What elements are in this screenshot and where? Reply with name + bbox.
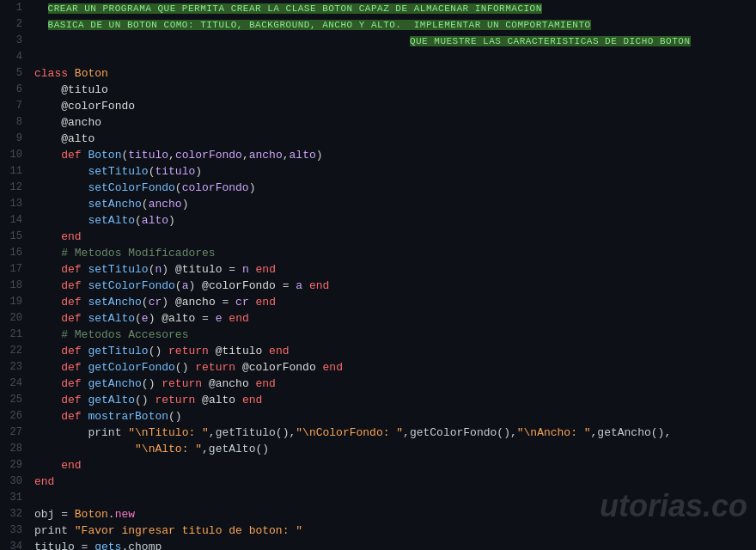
code-line-8: 8 @ancho bbox=[0, 114, 756, 131]
line-content-19: def setAncho(cr) @ancho = cr end bbox=[31, 294, 756, 310]
code-line-4: 4 bbox=[0, 49, 756, 65]
line-num-16: 16 bbox=[0, 245, 31, 261]
line-content-16: # Metodos Modificadores bbox=[31, 245, 756, 261]
code-line-16: 16 # Metodos Modificadores bbox=[0, 245, 756, 261]
line-content-15: end bbox=[31, 229, 756, 245]
code-line-28: 28 "\nAlto: ",getAlto() bbox=[0, 441, 756, 457]
code-line-20: 20 def setAlto(e) @alto = e end bbox=[0, 310, 756, 327]
line-content-11: setTitulo(titulo) bbox=[31, 163, 756, 180]
line-content-13: setAncho(ancho) bbox=[31, 196, 756, 212]
line-num-4: 4 bbox=[0, 49, 31, 65]
code-line-19: 19 def setAncho(cr) @ancho = cr end bbox=[0, 294, 756, 310]
code-line-14: 14 setAlto(alto) bbox=[0, 212, 756, 229]
code-line-1: 1 CREAR UN PROGRAMA QUE PERMITA CREAR LA… bbox=[0, 0, 756, 16]
line-num-21: 21 bbox=[0, 327, 31, 343]
line-content-20: def setAlto(e) @alto = e end bbox=[31, 310, 756, 327]
line-num-1: 1 bbox=[0, 0, 31, 16]
line-content-12: setColorFondo(colorFondo) bbox=[31, 180, 756, 196]
line-num-29: 29 bbox=[0, 457, 31, 474]
line-num-12: 12 bbox=[0, 180, 31, 196]
code-line-11: 11 setTitulo(titulo) bbox=[0, 163, 756, 180]
code-line-34: 34 titulo = gets.chomp bbox=[0, 539, 756, 550]
line-num-8: 8 bbox=[0, 114, 31, 131]
line-num-3: 3 bbox=[0, 33, 31, 49]
line-content-5: class Boton bbox=[31, 65, 756, 82]
code-line-18: 18 def setColorFondo(a) @colorFondo = a … bbox=[0, 278, 756, 294]
line-content-10: def Boton(titulo,colorFondo,ancho,alto) bbox=[31, 147, 756, 163]
line-num-24: 24 bbox=[0, 376, 31, 392]
line-content-18: def setColorFondo(a) @colorFondo = a end bbox=[31, 278, 756, 294]
line-content-8: @ancho bbox=[31, 114, 756, 131]
line-num-5: 5 bbox=[0, 65, 31, 82]
line-content-17: def setTitulo(n) @titulo = n end bbox=[31, 261, 756, 278]
line-num-6: 6 bbox=[0, 82, 31, 98]
line-content-24: def getAncho() return @ancho end bbox=[31, 376, 756, 392]
line-num-13: 13 bbox=[0, 196, 31, 212]
line-content-2: BASICA DE UN BOTON COMO: TITULO, BACKGRO… bbox=[31, 16, 756, 34]
line-num-25: 25 bbox=[0, 392, 31, 408]
code-line-31: 31 bbox=[0, 490, 756, 506]
line-num-11: 11 bbox=[0, 163, 31, 180]
line-num-19: 19 bbox=[0, 294, 31, 310]
code-line-22: 22 def getTitulo() return @titulo end bbox=[0, 343, 756, 359]
line-num-2: 2 bbox=[0, 16, 31, 33]
code-line-2: 2 BASICA DE UN BOTON COMO: TITULO, BACKG… bbox=[0, 16, 756, 33]
line-num-30: 30 bbox=[0, 474, 31, 490]
line-content-9: @alto bbox=[31, 131, 756, 147]
line-content-7: @colorFondo bbox=[31, 98, 756, 114]
code-line-10: 10 def Boton(titulo,colorFondo,ancho,alt… bbox=[0, 147, 756, 163]
line-num-7: 7 bbox=[0, 98, 31, 114]
line-num-9: 9 bbox=[0, 131, 31, 147]
code-line-3: 3 QUE MUESTRE LAS CARACTERISTICAS DE DIC… bbox=[0, 33, 756, 49]
line-content-3: QUE MUESTRE LAS CARACTERISTICAS DE DICHO… bbox=[31, 33, 756, 50]
line-content-28: "\nAlto: ",getAlto() bbox=[31, 441, 756, 457]
code-line-6: 6 @titulo bbox=[0, 82, 756, 98]
line-num-31: 31 bbox=[0, 490, 31, 506]
line-content-14: setAlto(alto) bbox=[31, 212, 756, 229]
line-num-28: 28 bbox=[0, 441, 31, 457]
line-num-23: 23 bbox=[0, 359, 31, 376]
line-num-33: 33 bbox=[0, 522, 31, 539]
line-content-21: # Metodos Accesores bbox=[31, 327, 756, 343]
code-line-12: 12 setColorFondo(colorFondo) bbox=[0, 180, 756, 196]
line-content-22: def getTitulo() return @titulo end bbox=[31, 343, 756, 359]
line-num-14: 14 bbox=[0, 212, 31, 229]
line-content-27: print "\nTitulo: ",getTitulo(),"\nColorF… bbox=[31, 425, 756, 441]
line-content-34: titulo = gets.chomp bbox=[31, 539, 756, 550]
line-num-32: 32 bbox=[0, 506, 31, 522]
line-num-20: 20 bbox=[0, 310, 31, 327]
code-line-9: 9 @alto bbox=[0, 131, 756, 147]
line-content-1: CREAR UN PROGRAMA QUE PERMITA CREAR LA C… bbox=[31, 0, 756, 17]
line-num-22: 22 bbox=[0, 343, 31, 359]
line-content-26: def mostrarBoton() bbox=[31, 408, 756, 425]
line-content-25: def getAlto() return @alto end bbox=[31, 392, 756, 408]
line-num-27: 27 bbox=[0, 425, 31, 441]
code-line-21: 21 # Metodos Accesores bbox=[0, 327, 756, 343]
code-line-5: 5 class Boton bbox=[0, 65, 756, 82]
code-line-25: 25 def getAlto() return @alto end bbox=[0, 392, 756, 408]
line-content-6: @titulo bbox=[31, 82, 756, 98]
line-num-10: 10 bbox=[0, 147, 31, 163]
line-num-26: 26 bbox=[0, 408, 31, 425]
code-line-29: 29 end bbox=[0, 457, 756, 474]
code-line-17: 17 def setTitulo(n) @titulo = n end bbox=[0, 261, 756, 278]
line-content-30: end bbox=[31, 474, 756, 490]
code-line-23: 23 def getColorFondo() return @colorFond… bbox=[0, 359, 756, 376]
line-num-18: 18 bbox=[0, 278, 31, 294]
line-content-23: def getColorFondo() return @colorFondo e… bbox=[31, 359, 756, 376]
code-editor: 1 CREAR UN PROGRAMA QUE PERMITA CREAR LA… bbox=[0, 0, 756, 550]
code-line-7: 7 @colorFondo bbox=[0, 98, 756, 114]
line-num-17: 17 bbox=[0, 261, 31, 278]
line-num-34: 34 bbox=[0, 539, 31, 550]
code-line-32: 32 obj = Boton.new bbox=[0, 506, 756, 522]
line-content-33: print "Favor ingresar titulo de boton: " bbox=[31, 522, 756, 539]
code-line-33: 33 print "Favor ingresar titulo de boton… bbox=[0, 522, 756, 539]
code-line-27: 27 print "\nTitulo: ",getTitulo(),"\nCol… bbox=[0, 425, 756, 441]
line-content-32: obj = Boton.new bbox=[31, 506, 756, 522]
code-line-26: 26 def mostrarBoton() bbox=[0, 408, 756, 425]
code-line-24: 24 def getAncho() return @ancho end bbox=[0, 376, 756, 392]
code-line-15: 15 end bbox=[0, 229, 756, 245]
line-content-29: end bbox=[31, 457, 756, 474]
code-line-30: 30 end bbox=[0, 474, 756, 490]
code-line-13: 13 setAncho(ancho) bbox=[0, 196, 756, 212]
